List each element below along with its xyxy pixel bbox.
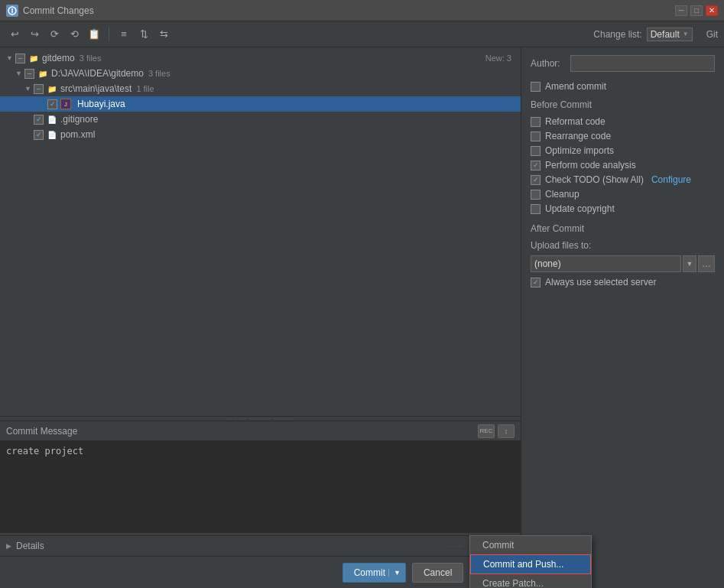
- upload-label: Upload files to:: [531, 240, 591, 251]
- details-header[interactable]: ▶ Details · · · · · · · · · · · · · · · …: [0, 536, 521, 556]
- tree-item-srctest[interactable]: ▼ 📁 src\main\java\test 1 file: [0, 81, 521, 96]
- badge-gitdemo: 3 files: [80, 54, 102, 63]
- toolbar-btn-refresh[interactable]: ⟳: [46, 26, 63, 43]
- option-always-server[interactable]: Always use selected server: [531, 277, 715, 288]
- checkbox-always-server[interactable]: [531, 278, 541, 288]
- menu-item-commit[interactable]: Commit: [470, 536, 591, 554]
- amend-row[interactable]: Amend commit: [531, 81, 715, 92]
- checkbox-optimize[interactable]: [531, 146, 541, 156]
- amend-checkbox[interactable]: [531, 82, 541, 92]
- label-pom: pom.xml: [60, 129, 95, 140]
- toolbar-separator-1: [109, 28, 109, 41]
- label-src: src\main\java\test: [60, 83, 131, 94]
- label-gitignore: .gitignore: [60, 114, 98, 125]
- details-arrow-icon: ▶: [6, 542, 11, 550]
- commit-btn[interactable]: Commit ▼: [343, 563, 406, 583]
- toolbar-btn-list[interactable]: ≡: [115, 26, 132, 43]
- minimize-btn[interactable]: ─: [675, 5, 687, 16]
- toolbar-btn-clipboard[interactable]: 📋: [86, 26, 102, 43]
- arrow-gitdemo: ▼: [6, 54, 15, 62]
- after-commit-title: After Commit: [531, 223, 715, 234]
- checkbox-todo[interactable]: [531, 175, 541, 185]
- main-content: ▼ 📁 gitdemo 3 files New: 3 ▼ 📁 D:\JAVA\I…: [0, 47, 724, 588]
- dropdown-arrow-btn[interactable]: ▼: [683, 255, 696, 272]
- label-always-server: Always use selected server: [545, 277, 656, 288]
- checkbox-copyright[interactable]: [531, 204, 541, 214]
- toolbar-btn-sort[interactable]: ⇅: [135, 26, 152, 43]
- checkbox-hubayi[interactable]: [47, 99, 57, 109]
- option-todo[interactable]: Check TODO (Show All) Configure: [531, 174, 715, 185]
- file-tree[interactable]: ▼ 📁 gitdemo 3 files New: 3 ▼ 📁 D:\JAVA\I…: [0, 47, 521, 416]
- details-section: ▶ Details · · · · · · · · · · · · · · · …: [0, 535, 521, 556]
- tree-item-gitdemo[interactable]: ▼ 📁 gitdemo 3 files New: 3: [0, 50, 521, 66]
- tree-item-pomxml[interactable]: 📄 pom.xml: [0, 127, 521, 142]
- commit-rec-btn[interactable]: REC: [478, 424, 495, 438]
- author-row: Author:: [531, 55, 715, 72]
- close-btn[interactable]: ✕: [706, 5, 718, 16]
- toolbar: ↩ ↪ ⟳ ⟲ 📋 ≡ ⇅ ⇆ Change list: Default ▼ G…: [0, 21, 724, 47]
- label-todo: Check TODO (Show All): [545, 174, 644, 185]
- folder-icon-gitdemo: 📁: [28, 53, 39, 63]
- toolbar-btn-redo[interactable]: ↪: [26, 26, 43, 43]
- option-optimize[interactable]: Optimize imports: [531, 145, 715, 156]
- checkbox-path[interactable]: [24, 69, 34, 79]
- option-reformat[interactable]: Reformat code: [531, 116, 715, 127]
- option-rearrange[interactable]: Rearrange code: [531, 131, 715, 141]
- commit-message-header: Commit Message REC ↕: [0, 421, 521, 441]
- checkbox-code-analysis[interactable]: [531, 161, 541, 171]
- tree-item-path[interactable]: ▼ 📁 D:\JAVA\IDEA\gitdemo 3 files: [0, 66, 521, 81]
- title-bar: Commit Changes ─ □ ✕: [0, 0, 724, 21]
- option-code-analysis[interactable]: Perform code analysis: [531, 160, 715, 171]
- badge-src: 1 file: [136, 84, 154, 93]
- label-reformat: Reformat code: [545, 116, 605, 127]
- checkbox-pom[interactable]: [34, 130, 44, 140]
- label-hubayi: Hubayi.java: [77, 99, 125, 109]
- commit-msg-tools: REC ↕: [478, 424, 515, 438]
- toolbar-btn-undo[interactable]: ↩: [6, 26, 23, 43]
- dropdown-more-btn[interactable]: …: [698, 255, 715, 272]
- git-label: Git: [706, 29, 718, 40]
- checkbox-gitdemo[interactable]: [15, 54, 25, 63]
- right-panel: Author: Amend commit Before Commit Refor…: [521, 47, 724, 588]
- commit-textarea[interactable]: create project: [0, 441, 521, 533]
- maximize-btn[interactable]: □: [690, 5, 703, 16]
- details-label: Details: [16, 541, 44, 551]
- checkbox-cleanup[interactable]: [531, 190, 541, 200]
- checkbox-gitignore[interactable]: [34, 115, 44, 125]
- bottom-bar: Commit ▼ Cancel Help: [0, 556, 521, 588]
- label-optimize: Optimize imports: [545, 145, 614, 156]
- gitignore-icon: 📄: [47, 114, 57, 125]
- cancel-btn[interactable]: Cancel: [412, 563, 463, 583]
- label-gitdemo: gitdemo: [42, 53, 75, 63]
- menu-commit-label: Commit: [482, 540, 514, 551]
- checkbox-rearrange[interactable]: [531, 132, 541, 141]
- checkbox-src[interactable]: [34, 84, 44, 94]
- new-badge: New: 3: [485, 54, 511, 63]
- author-input[interactable]: [570, 55, 715, 72]
- upload-row: Upload files to:: [531, 240, 715, 251]
- amend-label: Amend commit: [545, 81, 606, 92]
- before-commit-title: Before Commit: [531, 99, 715, 110]
- folder-icon-path: 📁: [37, 68, 48, 79]
- configure-link[interactable]: Configure: [651, 174, 691, 185]
- commit-message-label: Commit Message: [6, 426, 77, 437]
- cancel-btn-label: Cancel: [424, 567, 452, 578]
- checkbox-reformat[interactable]: [531, 117, 541, 127]
- changelist-dropdown[interactable]: Default ▼: [647, 28, 693, 41]
- upload-dropdown[interactable]: (none): [531, 255, 681, 272]
- label-cleanup: Cleanup: [545, 189, 580, 200]
- option-cleanup[interactable]: Cleanup: [531, 189, 715, 200]
- author-label: Author:: [531, 58, 564, 69]
- java-icon-hubayi: J: [60, 99, 71, 109]
- toolbar-btn-back[interactable]: ⟲: [66, 26, 83, 43]
- option-copyright[interactable]: Update copyright: [531, 203, 715, 214]
- tree-item-hubayi[interactable]: J Hubayi.java: [0, 96, 521, 112]
- folder-icon-src: 📁: [47, 83, 57, 94]
- upload-dropdown-container: (none) ▼ …: [531, 255, 715, 272]
- tree-item-gitignore[interactable]: 📄 .gitignore: [0, 112, 521, 127]
- toolbar-btn-expand[interactable]: ⇆: [155, 26, 172, 43]
- commit-expand-btn[interactable]: ↕: [498, 424, 515, 438]
- window-controls: ─ □ ✕: [675, 5, 718, 16]
- menu-item-commit-push[interactable]: Commit and Push...: [470, 554, 591, 574]
- menu-item-create-patch[interactable]: Create Patch...: [470, 574, 591, 588]
